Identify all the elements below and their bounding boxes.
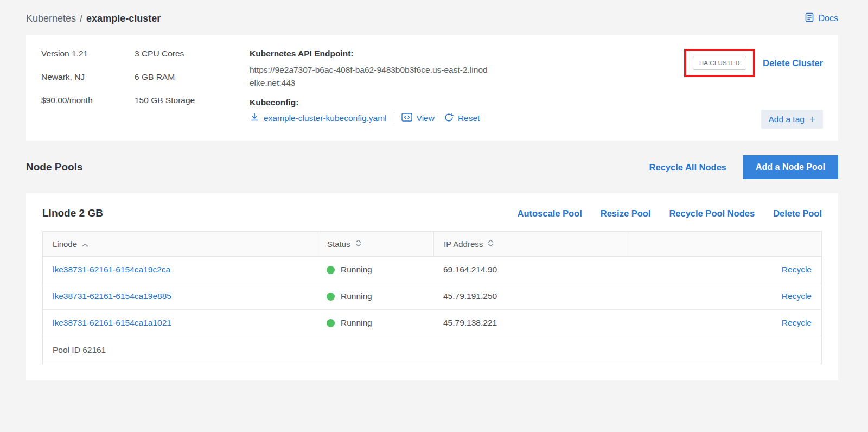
node-link[interactable]: lke38731-62161-6154ca19c2ca xyxy=(53,265,170,274)
docs-link[interactable]: Docs xyxy=(804,12,838,25)
sort-both-icon xyxy=(488,239,494,249)
sort-both-icon xyxy=(355,239,361,249)
recycle-node-button[interactable]: Recycle xyxy=(782,291,812,301)
kubeconfig-download-link[interactable]: example-cluster-kubeconfig.yaml xyxy=(250,112,387,124)
spec-column-2: 3 CPU Cores 6 GB RAM 150 GB Storage xyxy=(135,49,250,129)
status-dot xyxy=(327,293,335,301)
node-pools-header: Node Pools Recycle All Nodes Add a Node … xyxy=(26,155,838,179)
ip-column-label: IP Address xyxy=(444,239,483,249)
topbar: Kubernetes / example-cluster Docs xyxy=(26,8,838,29)
kubeconfig-actions: example-cluster-kubeconfig.yaml View xyxy=(250,112,505,124)
node-status: Running xyxy=(317,310,433,336)
api-endpoint-block: Kubernetes API Endpoint: https://9e2a730… xyxy=(250,49,505,129)
node-link[interactable]: lke38731-62161-6154ca19e885 xyxy=(53,291,171,301)
cluster-version: Version 1.21 xyxy=(41,49,135,59)
reset-icon xyxy=(444,113,454,124)
node-pool-card: Linode 2 GB Autoscale Pool Resize Pool R… xyxy=(26,193,838,380)
breadcrumb-cluster-name: example-cluster xyxy=(86,13,161,24)
summary-right-actions: HA CLUSTER Delete Cluster Add a tag + xyxy=(684,49,823,129)
api-endpoint-label: Kubernetes API Endpoint: xyxy=(250,49,505,59)
pool-card-header: Linode 2 GB Autoscale Pool Resize Pool R… xyxy=(42,207,822,219)
view-label: View xyxy=(417,113,435,123)
column-header-ip-address[interactable]: IP Address xyxy=(433,232,629,256)
add-node-pool-button[interactable]: Add a Node Pool xyxy=(743,155,838,179)
cluster-summary-card: Version 1.21 Newark, NJ $90.00/month 3 C… xyxy=(26,35,838,141)
cluster-ram: 6 GB RAM xyxy=(135,72,250,82)
spec-column-1: Version 1.21 Newark, NJ $90.00/month xyxy=(41,49,135,129)
node-ip: 45.79.191.250 xyxy=(433,283,629,309)
kubeconfig-label: Kubeconfig: xyxy=(250,98,505,107)
node-status: Running xyxy=(317,257,433,283)
table-header-row: Linode Status IP Address xyxy=(43,232,821,257)
resize-pool-button[interactable]: Resize Pool xyxy=(601,208,651,219)
status-dot xyxy=(327,319,335,327)
pool-action-links: Autoscale Pool Resize Pool Recycle Pool … xyxy=(518,208,822,219)
ha-cluster-chip: HA CLUSTER xyxy=(693,56,746,70)
cluster-price: $90.00/month xyxy=(41,96,135,105)
reset-label: Reset xyxy=(458,113,480,123)
vertical-divider xyxy=(394,112,394,124)
delete-pool-button[interactable]: Delete Pool xyxy=(773,208,822,219)
cluster-flags-row: HA CLUSTER Delete Cluster xyxy=(684,49,823,77)
column-header-actions xyxy=(629,232,821,256)
reset-kubeconfig-button[interactable]: Reset xyxy=(444,113,480,124)
recycle-pool-nodes-button[interactable]: Recycle Pool Nodes xyxy=(669,208,755,219)
recycle-node-button[interactable]: Recycle xyxy=(782,265,812,274)
annotation-highlight-box: HA CLUSTER xyxy=(684,49,755,77)
sort-asc-icon xyxy=(82,239,88,249)
download-icon xyxy=(250,112,259,124)
cluster-cpu: 3 CPU Cores xyxy=(135,49,250,59)
add-tag-button[interactable]: Add a tag + xyxy=(761,110,823,129)
autoscale-pool-button[interactable]: Autoscale Pool xyxy=(518,208,582,219)
add-tag-label: Add a tag xyxy=(769,115,805,124)
kubernetes-cluster-page: Kubernetes / example-cluster Docs Versio… xyxy=(0,0,868,380)
view-kubeconfig-button[interactable]: View xyxy=(401,113,435,124)
table-row: lke38731-62161-6154ca19c2ca Running 69.1… xyxy=(43,257,821,283)
status-label: Running xyxy=(341,265,372,275)
linode-column-label: Linode xyxy=(53,239,77,249)
breadcrumb-kubernetes[interactable]: Kubernetes xyxy=(26,13,76,24)
recycle-all-nodes-button[interactable]: Recycle All Nodes xyxy=(649,162,726,173)
code-view-icon xyxy=(401,113,412,124)
status-label: Running xyxy=(341,291,372,301)
status-label: Running xyxy=(341,318,372,328)
docs-label: Docs xyxy=(819,14,838,23)
pool-plan-name: Linode 2 GB xyxy=(42,207,103,219)
table-row: lke38731-62161-6154ca1a1021 Running 45.7… xyxy=(43,310,821,336)
column-header-status[interactable]: Status xyxy=(317,232,433,256)
node-ip: 69.164.214.90 xyxy=(433,257,629,283)
status-column-label: Status xyxy=(327,239,350,249)
docs-icon xyxy=(804,12,815,25)
pool-nodes-table: Linode Status IP Address xyxy=(42,231,822,364)
cluster-region: Newark, NJ xyxy=(41,72,135,82)
pool-id-footer: Pool ID 62161 xyxy=(43,336,821,364)
column-header-linode[interactable]: Linode xyxy=(43,232,317,256)
api-endpoint-url: https://9e2a7307-b6ac-408f-ba62-9483b0b3… xyxy=(250,63,491,90)
node-pools-actions: Recycle All Nodes Add a Node Pool xyxy=(649,155,838,179)
node-pools-title: Node Pools xyxy=(26,161,83,173)
recycle-node-button[interactable]: Recycle xyxy=(782,318,812,327)
breadcrumb: Kubernetes / example-cluster xyxy=(26,13,161,24)
plus-icon: + xyxy=(809,114,815,124)
node-status: Running xyxy=(317,283,433,309)
status-dot xyxy=(327,266,335,274)
table-row: lke38731-62161-6154ca19e885 Running 45.7… xyxy=(43,283,821,310)
node-ip: 45.79.138.221 xyxy=(433,310,629,336)
breadcrumb-separator: / xyxy=(80,13,82,24)
kubeconfig-filename: example-cluster-kubeconfig.yaml xyxy=(264,113,387,123)
cluster-specs: Version 1.21 Newark, NJ $90.00/month 3 C… xyxy=(41,49,250,129)
node-link[interactable]: lke38731-62161-6154ca1a1021 xyxy=(53,318,171,327)
cluster-storage: 150 GB Storage xyxy=(135,96,250,105)
delete-cluster-button[interactable]: Delete Cluster xyxy=(763,58,823,68)
